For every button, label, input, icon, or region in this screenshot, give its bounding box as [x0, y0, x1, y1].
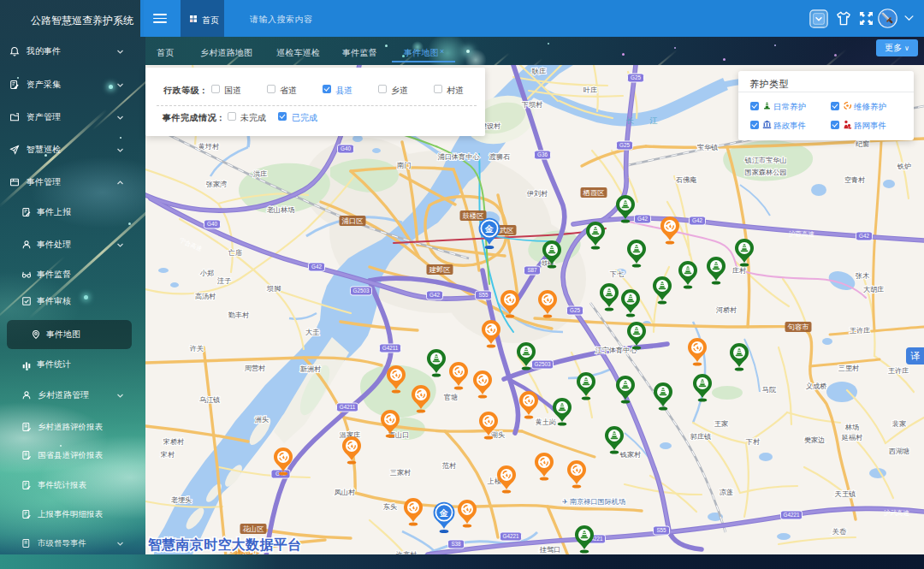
svg-text:张木: 张木	[856, 272, 870, 280]
svg-text:小郑: 小郑	[200, 270, 214, 277]
svg-text:周营村: 周营村	[245, 365, 266, 372]
svg-text:大胡庄: 大胡庄	[863, 286, 885, 293]
svg-text:林场: 林场	[845, 424, 859, 431]
svg-text:马院: 马院	[762, 386, 776, 394]
svg-text:G4211: G4211	[382, 345, 399, 351]
svg-text:沪蓉高速: 沪蓉高速	[789, 230, 815, 238]
svg-text:G40: G40	[207, 221, 217, 227]
svg-text:钱家村: 钱家村	[619, 451, 642, 459]
svg-text:老埂头: 老埂头	[171, 496, 192, 504]
svg-text:✈ 南京禄口国际机场: ✈ 南京禄口国际机场	[562, 497, 626, 506]
svg-text:栖霞区: 栖霞区	[583, 188, 605, 197]
svg-text:亡庙: 亡庙	[228, 249, 242, 257]
svg-text:宝华镇: 宝华镇	[697, 144, 719, 151]
svg-text:挂驾口: 挂驾口	[539, 546, 561, 554]
svg-text:大圭: 大圭	[305, 329, 320, 336]
svg-text:樊家边: 樊家边	[804, 436, 826, 444]
svg-text:G25: G25	[619, 142, 630, 148]
svg-text:浦口区: 浦口区	[342, 216, 364, 225]
svg-text:新洲村: 新洲村	[300, 365, 322, 373]
svg-text:洪庄: 洪庄	[253, 170, 267, 178]
svg-text:G36: G36	[537, 151, 548, 157]
svg-text:S87: S87	[527, 267, 537, 273]
svg-text:G42: G42	[859, 233, 869, 239]
svg-text:三家村: 三家村	[390, 469, 412, 477]
svg-text:洲头: 洲头	[255, 416, 269, 424]
svg-text:G4221: G4221	[784, 512, 800, 518]
svg-text:镇江市宝华山: 镇江市宝华山	[743, 157, 786, 164]
svg-text:裴家: 裴家	[892, 420, 906, 428]
svg-text:范村: 范村	[442, 462, 456, 470]
svg-text:黄圩村: 黄圩村	[198, 143, 220, 151]
svg-text:G42: G42	[637, 216, 648, 222]
svg-text:S55: S55	[478, 292, 489, 298]
svg-text:句容市: 句容市	[788, 323, 809, 331]
svg-text:G4211: G4211	[340, 404, 356, 410]
svg-text:义成桥: 义成桥	[806, 382, 827, 390]
svg-text:智慧南京时空大数据平台: 智慧南京时空大数据平台	[147, 536, 301, 552]
svg-text:石佛庵: 石佛庵	[676, 176, 697, 184]
svg-text:沪武高速: 沪武高速	[884, 509, 910, 517]
svg-text:坝脚: 坝脚	[266, 285, 281, 293]
svg-text:G2503: G2503	[353, 287, 370, 293]
svg-text:国家森林公园: 国家森林公园	[744, 169, 786, 176]
svg-text:下村: 下村	[746, 438, 760, 446]
svg-text:郭庄镇: 郭庄镇	[690, 433, 712, 441]
svg-text:江宁体育中心: 江宁体育中心	[595, 347, 637, 354]
svg-text:西湖塘: 西湖塘	[889, 447, 910, 455]
svg-text:凉蓬: 凉蓬	[720, 489, 733, 496]
svg-text:建邺区: 建邺区	[429, 265, 451, 274]
svg-text:G25: G25	[631, 74, 641, 80]
svg-text:空青村: 空青村	[844, 176, 866, 184]
svg-text:凤山村: 凤山村	[335, 489, 356, 496]
svg-text:长 江: 长 江	[626, 116, 665, 125]
svg-text:S38: S38	[451, 541, 461, 547]
svg-text:河桥村: 河桥村	[716, 306, 737, 314]
svg-text:三里村: 三里村	[838, 365, 860, 372]
svg-text:宋桥村: 宋桥村	[163, 438, 185, 446]
svg-text:G42: G42	[692, 217, 702, 223]
svg-text:勤丰村: 勤丰村	[228, 311, 250, 319]
svg-text:G25: G25	[570, 307, 580, 313]
svg-text:天王镇: 天王镇	[835, 490, 856, 498]
svg-text:东头: 东头	[383, 503, 397, 511]
svg-text:洼子: 洼子	[217, 277, 231, 285]
svg-text:宋村: 宋村	[161, 451, 175, 459]
svg-text:渡狮石: 渡狮石	[489, 153, 511, 161]
svg-text:G2503: G2503	[535, 361, 551, 367]
svg-text:官塘: 官塘	[444, 394, 458, 401]
svg-text:浦口体育中心: 浦口体育中心	[437, 153, 480, 161]
svg-text:高汤村: 高汤村	[195, 293, 216, 300]
svg-text:下七: 下七	[610, 270, 624, 278]
svg-text:G40: G40	[341, 145, 351, 151]
svg-text:耿庄: 耿庄	[531, 68, 546, 75]
svg-text:下坝村: 下坝村	[522, 101, 543, 109]
svg-text:G42: G42	[311, 264, 322, 270]
svg-text:黄土岗: 黄土岗	[536, 418, 557, 426]
svg-text:伊刘村: 伊刘村	[527, 189, 548, 198]
svg-text:G4221: G4221	[503, 533, 519, 539]
svg-text:铁炉: 铁炉	[897, 163, 911, 170]
svg-text:老山林场: 老山林场	[267, 206, 295, 214]
svg-text:延福村: 延福村	[841, 434, 863, 442]
svg-text:许关: 许关	[190, 345, 204, 353]
svg-text:关岙: 关岙	[832, 528, 847, 536]
svg-text:S55: S55	[656, 527, 666, 533]
svg-text:庄村: 庄村	[732, 267, 746, 275]
svg-text:王许庄: 王许庄	[888, 367, 909, 375]
svg-text:王家: 王家	[714, 420, 728, 428]
svg-text:鼓楼区: 鼓楼区	[463, 211, 484, 220]
svg-text:叶庄: 叶庄	[583, 86, 597, 94]
svg-text:乌江镇: 乌江镇	[199, 396, 221, 404]
svg-text:G42: G42	[429, 292, 440, 298]
svg-text:王许庄: 王许庄	[850, 327, 871, 335]
svg-text:张家湾: 张家湾	[206, 181, 228, 188]
svg-text:纪窗: 纪窗	[856, 140, 869, 148]
svg-text:南门: 南门	[397, 162, 411, 169]
